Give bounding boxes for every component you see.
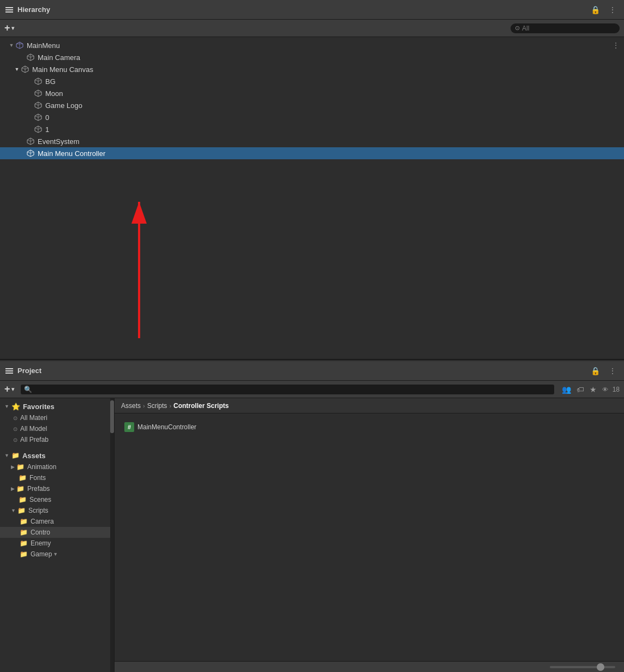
lock-button[interactable]: 🔒 <box>589 4 602 15</box>
label-all-model: All Model <box>20 425 47 433</box>
tree-item-main-menu-controller[interactable]: Main Menu Controller <box>0 147 624 159</box>
hierarchy-content: ▼ MainMenu ⋮ Main Camera <box>0 37 624 359</box>
label-scripts: Scripts <box>28 507 49 514</box>
script-icon: # <box>124 422 134 432</box>
tree-item-0[interactable]: 0 <box>0 111 624 123</box>
project-search-icon: 🔍 <box>24 386 32 393</box>
cube-main-menu-controller <box>26 149 35 158</box>
eye-icon[interactable]: 👁 <box>601 385 609 394</box>
cube-1 <box>34 125 43 134</box>
label-enemy: Enemy <box>31 539 51 547</box>
tree-item-1[interactable]: 1 <box>0 123 624 135</box>
label-main-menu-canvas: Main Menu Canvas <box>32 65 93 74</box>
assets-scripts[interactable]: ▼ 📁 Scripts <box>0 505 114 516</box>
breadcrumb-bar: Assets › Scripts › Controller Scripts <box>115 398 624 413</box>
assets-label: Assets <box>22 452 46 460</box>
arrow-main-menu-canvas: ▼ <box>13 67 21 72</box>
label-0: 0 <box>45 113 49 122</box>
project-add-dropdown-arrow: ▾ <box>11 386 14 392</box>
project-search-bar: 🔍 <box>21 385 554 394</box>
project-more-options-button[interactable]: ⋮ <box>607 365 619 376</box>
tree-item-event-system[interactable]: EventSystem <box>0 135 624 147</box>
favorites-all-model[interactable]: ⊙ All Model <box>0 423 114 434</box>
label-all-materi: All Materi <box>20 414 47 422</box>
assets-section[interactable]: ▼ 📁 Assets <box>0 449 114 461</box>
assets-prefabs[interactable]: ▶ 📁 Prefabs <box>0 483 114 494</box>
label-prefabs: Prefabs <box>27 485 50 493</box>
label-gamep: Gamep <box>31 550 52 558</box>
tree-item-game-logo[interactable]: Game Logo <box>0 99 624 111</box>
project-icon-buttons: 👥 🏷 ★ 👁 18 <box>561 384 620 395</box>
project-toolbar: + ▾ 🔍 👥 🏷 ★ 👁 18 <box>0 381 624 398</box>
label-1: 1 <box>45 125 49 134</box>
prefabs-folder-icon: 📁 <box>16 485 25 493</box>
sidebar-scrollbar-track[interactable] <box>110 398 114 672</box>
prefabs-arrow: ▶ <box>11 486 15 491</box>
label-scenes: Scenes <box>29 496 51 503</box>
cube-main-menu-canvas <box>21 65 29 74</box>
project-hamburger-icon[interactable] <box>5 368 13 374</box>
cube-event-system <box>26 137 35 146</box>
animation-arrow: ▶ <box>11 464 15 470</box>
cube-0 <box>34 113 43 122</box>
label-moon: Moon <box>45 89 63 98</box>
project-add-button[interactable]: + ▾ <box>4 383 14 395</box>
scripts-enemy[interactable]: 📁 Enemy <box>0 538 114 549</box>
assets-animation[interactable]: ▶ 📁 Animation <box>0 461 114 472</box>
more-options-button[interactable]: ⋮ <box>607 4 619 15</box>
project-title: Project <box>17 367 41 375</box>
assets-fonts[interactable]: 📁 Fonts <box>0 472 114 483</box>
cube-main-camera <box>26 53 35 62</box>
hamburger-icon[interactable] <box>5 7 13 13</box>
bottom-bar <box>115 661 624 672</box>
label-event-system: EventSystem <box>38 137 80 146</box>
scripts-gamep[interactable]: 📁 Gamep ▼ <box>0 549 114 560</box>
hierarchy-header-icons: 🔒 ⋮ <box>589 4 619 15</box>
label-game-logo: Game Logo <box>45 101 82 110</box>
breadcrumb-controller-scripts: Controller Scripts <box>173 402 229 410</box>
label-fonts: Fonts <box>29 474 46 482</box>
people-icon[interactable]: 👥 <box>561 384 572 395</box>
scene-icon <box>15 41 24 50</box>
add-button[interactable]: + ▾ <box>4 22 14 34</box>
label-contro: Contro <box>31 529 50 536</box>
file-name-main-menu-controller: MainMenuController <box>137 423 196 431</box>
scene-root[interactable]: ▼ MainMenu ⋮ <box>0 39 624 51</box>
tree-item-main-camera[interactable]: Main Camera <box>0 51 624 63</box>
project-files: # MainMenuController <box>115 413 624 661</box>
favorites-arrow: ▼ <box>4 404 9 409</box>
camera-folder-icon: 📁 <box>20 518 28 525</box>
star-filter-icon[interactable]: ★ <box>589 384 598 395</box>
project-lock-button[interactable]: 🔒 <box>589 365 602 376</box>
tree-item-moon[interactable]: Moon <box>0 87 624 99</box>
star-icon: ⭐ <box>11 403 20 411</box>
gamep-dropdown-arrow: ▼ <box>53 551 58 557</box>
favorites-all-prefab[interactable]: ⊙ All Prefab <box>0 434 114 445</box>
scripts-arrow: ▼ <box>11 508 16 513</box>
project-panel: Project 🔒 ⋮ + ▾ 🔍 👥 🏷 ★ 👁 18 ▼ <box>0 361 624 672</box>
project-header: Project 🔒 ⋮ <box>0 361 624 381</box>
assets-arrow: ▼ <box>4 453 9 458</box>
cube-moon <box>34 89 43 98</box>
scene-menu[interactable]: ⋮ <box>612 41 620 50</box>
tag-icon[interactable]: 🏷 <box>575 384 585 395</box>
scene-arrow: ▼ <box>8 43 15 48</box>
animation-folder-icon: 📁 <box>16 463 25 471</box>
favorites-all-materi[interactable]: ⊙ All Materi <box>0 412 114 423</box>
search-input[interactable] <box>522 25 604 32</box>
scripts-contro[interactable]: 📁 Contro <box>0 527 114 538</box>
breadcrumb-assets[interactable]: Assets <box>121 402 141 410</box>
slider-track[interactable] <box>550 666 615 668</box>
file-main-menu-controller[interactable]: # MainMenuController <box>121 420 200 434</box>
scripts-camera[interactable]: 📁 Camera <box>0 516 114 527</box>
slider-thumb[interactable] <box>597 663 604 671</box>
assets-folder-icon: 📁 <box>11 452 20 459</box>
project-search-input[interactable] <box>32 386 551 393</box>
project-main: Assets › Scripts › Controller Scripts # … <box>115 398 624 672</box>
tree-item-bg[interactable]: BG <box>0 75 624 87</box>
breadcrumb-scripts[interactable]: Scripts <box>147 402 167 410</box>
tree-item-main-menu-canvas[interactable]: ▼ Main Menu Canvas <box>0 63 624 75</box>
label-animation: Animation <box>27 463 56 471</box>
favorites-section[interactable]: ▼ ⭐ Favorites <box>0 400 114 412</box>
assets-scenes[interactable]: 📁 Scenes <box>0 494 114 505</box>
